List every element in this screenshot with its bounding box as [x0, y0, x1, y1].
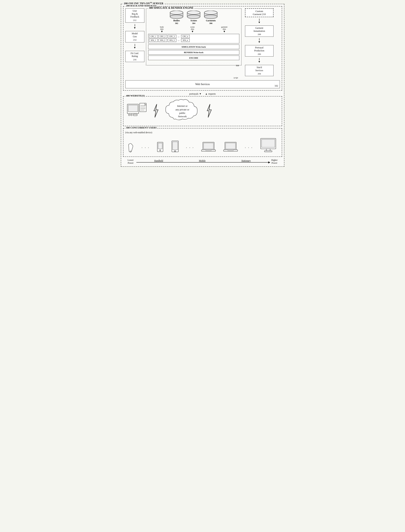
sfa-row: SFA_1 SFA_2 SFA_3 ... SFA_n: [149, 39, 238, 42]
sfa-dots: ...: [177, 39, 180, 42]
portrayals-arrow: ▼: [199, 93, 202, 95]
handheld-label: Handheld: [154, 159, 163, 162]
garment-instantiation-num: 208: [246, 33, 272, 36]
custom-garment-box: CustomGarment 210: [245, 8, 274, 17]
svg-rect-40: [226, 143, 236, 149]
render-writeback-box: RENDER Write-back: [148, 50, 239, 55]
sfan-cell: SFA_n: [181, 39, 190, 42]
tablet-device: [171, 140, 179, 153]
svg-rect-44: [262, 139, 275, 147]
right-column: CustomGarment 210 ▼ GarmentInstantiation…: [245, 8, 274, 79]
sfa2-cell: SFA_2: [158, 39, 167, 42]
web-services-num: 102: [275, 84, 278, 87]
fit-conf-box: Fit Conf.Rating 216: [125, 51, 144, 62]
script-label: script: [234, 77, 274, 79]
concurrent-label-text: 500 CONCURRENT USERS: [126, 126, 157, 129]
cpu-dots: ...: [177, 35, 180, 38]
phone-device: [128, 142, 135, 153]
scene-data-arrow: ▼: [191, 30, 194, 33]
svg-rect-36: [203, 143, 213, 149]
svg-point-21: [131, 114, 132, 116]
laptop1-device: [201, 141, 216, 153]
simd-services-title: Sim'dServices: [256, 66, 263, 72]
arrow-user-to-model: ▼: [125, 24, 144, 29]
scenes-label: Scenes: [190, 19, 197, 22]
custom-garment-title: CustomGarment: [253, 10, 263, 16]
cpu2-cell: CPU_2: [158, 35, 167, 38]
sim-render-label: 300 SIMULATE & RENDER ENGINE: [148, 7, 194, 9]
svg-rect-46: [264, 151, 272, 152]
desktop-svg: [260, 137, 277, 153]
sim-render-container: 300 SIMULATE & RENDER ENGINE Bodies: [146, 8, 242, 66]
simd-services-num: 204: [246, 72, 272, 75]
dots-1: · · ·: [142, 146, 150, 150]
arrow-head: ▼: [258, 41, 261, 44]
garment-data-text: garmentdata: [221, 26, 228, 30]
svg-point-17: [204, 11, 217, 14]
lower-power-text: LowerPower: [125, 159, 136, 164]
arrow-line: [259, 38, 259, 41]
web-services-box: Web Services 102: [125, 80, 280, 88]
arrow-head: ▼: [258, 21, 261, 24]
user-reg-num: 212: [127, 19, 143, 21]
scenes-cylinder: Scenes 304: [187, 11, 201, 24]
garments-svg: [204, 11, 218, 19]
requests-label-group: ▲ requests: [205, 93, 216, 95]
portrayals-requests-section: portrayals ▼ ▲ requests: [123, 93, 282, 95]
arrow-head: ▼: [134, 27, 136, 29]
arrow-line: [135, 24, 135, 27]
model-gen-title: ModelGen: [132, 32, 138, 38]
body-data-text: bodydata: [160, 26, 164, 30]
dots-3: · · ·: [245, 146, 253, 150]
dots-2: · · ·: [186, 146, 194, 150]
arrow-custom-to-garment: ▼: [245, 19, 274, 24]
arrow-line2: [135, 44, 135, 46]
pda-device: [156, 141, 164, 153]
arrow-portrayal-to-sim: ▼: [245, 58, 274, 63]
svg-rect-30: [158, 143, 162, 149]
svg-point-11: [187, 11, 200, 14]
arrow-head2: ▼: [134, 46, 136, 49]
portrayal-production-num: 206: [246, 53, 272, 55]
website-section: 400 WEBSITE(S): [123, 96, 282, 126]
model-gen-box: ModelGen 214: [125, 31, 144, 42]
user-reg-box: UserReg &Feedback 212: [125, 8, 144, 23]
svg-point-20: [128, 114, 130, 116]
backend-services-container: 200 BACK-END SERVICES UserReg &Feedback …: [123, 6, 282, 91]
arrow-line: [259, 19, 259, 21]
cpu1-cell: CPU_1: [149, 35, 158, 38]
portrayal-production-box: PortrayalProduction 206: [245, 45, 274, 56]
stationary-label: Stationary: [241, 159, 251, 162]
website-device-icon: [125, 101, 148, 121]
portrayals-label-group: portrayals ▼: [189, 93, 202, 95]
garment-data-arrow: ▼: [223, 30, 226, 33]
axis-line: [136, 162, 269, 163]
pda-svg: [156, 141, 164, 153]
higher-power-text: HigherPower: [269, 159, 280, 164]
server-svg: [125, 101, 148, 120]
cpun-cell: CPU_n: [181, 35, 190, 38]
scenes-num: 304: [192, 22, 195, 24]
sm-superscript: SM: [150, 2, 152, 4]
requests-text: requests: [208, 93, 216, 95]
concurrent-label: 500 CONCURRENT USERS: [125, 126, 157, 129]
model-gen-num: 214: [127, 38, 143, 41]
mobile-label: Mobile: [199, 159, 206, 162]
arrow-model-to-fit: ▼: [125, 44, 144, 49]
bodies-label: Bodies: [173, 19, 180, 22]
encode-box: ENCODE: [148, 55, 239, 60]
body-data-label: bodydata ▼: [160, 26, 164, 33]
website-label: 400 WEBSITE(S): [125, 94, 146, 97]
sfa3-cell: SFA_3: [168, 39, 176, 42]
garments-num: 306: [209, 22, 212, 24]
garment-data-label: garmentdata ▼: [221, 26, 228, 33]
arrow-line: [259, 58, 259, 60]
arrow-garment-to-portrayal: ▼: [245, 38, 274, 44]
phone-svg: [128, 142, 135, 153]
custom-garment-num: 210: [262, 13, 266, 16]
svg-point-16: [204, 15, 217, 19]
portrayals-text: portrayals: [189, 93, 198, 95]
cpu-row: CPU_1 CPU_2 CPU_3 ... CPU_n: [149, 35, 238, 38]
cpu3-cell: CPU_3: [168, 35, 176, 38]
devices-row: · · · · · ·: [125, 136, 280, 155]
